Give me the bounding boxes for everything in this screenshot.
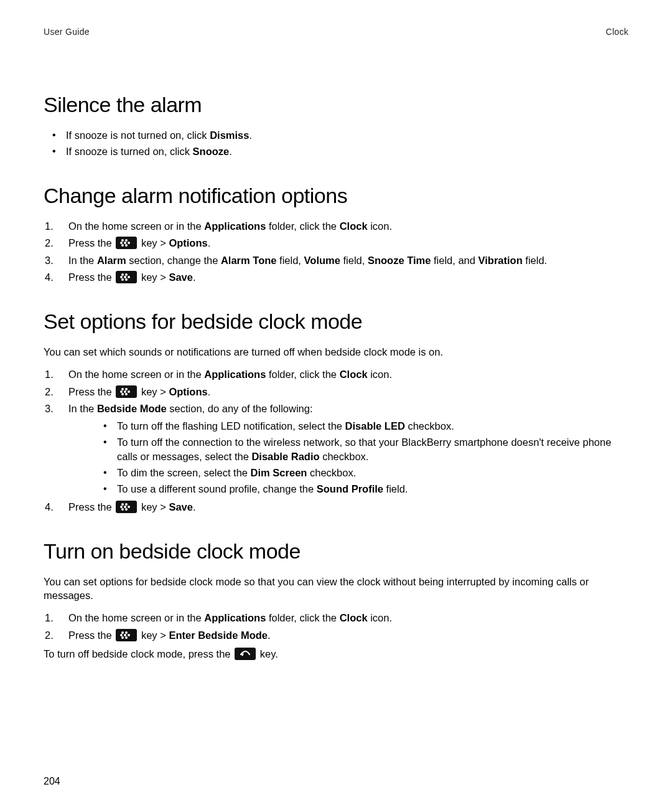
header-left: User Guide bbox=[44, 26, 90, 38]
bedside-options-steps: On the home screen or in the Application… bbox=[44, 367, 628, 513]
list-item: On the home screen or in the Application… bbox=[44, 611, 628, 625]
bold: Applications bbox=[204, 369, 266, 380]
text: In the bbox=[68, 255, 97, 266]
page-number: 204 bbox=[44, 775, 60, 788]
text: folder, click the bbox=[266, 220, 339, 232]
list-item: Press the key > Options. bbox=[44, 385, 628, 399]
list-item: On the home screen or in the Application… bbox=[44, 219, 628, 233]
text: Press the bbox=[68, 271, 114, 283]
text: key > bbox=[138, 271, 169, 283]
list-item: To turn off the connection to the wirele… bbox=[103, 435, 628, 463]
text: Press the bbox=[68, 237, 114, 248]
text: key > bbox=[138, 386, 169, 397]
heading-change-options: Change alarm notification options bbox=[44, 182, 628, 210]
heading-bedside-on: Turn on bedside clock mode bbox=[44, 537, 628, 566]
text: . bbox=[193, 271, 196, 283]
bedside-options-desc: You can set which sounds or notification… bbox=[44, 345, 628, 359]
text: To turn off the flashing LED notificatio… bbox=[117, 420, 345, 432]
bold: Applications bbox=[204, 612, 266, 623]
text: checkbox. bbox=[307, 467, 356, 478]
bedside-sub-options: To turn off the flashing LED notificatio… bbox=[95, 419, 628, 496]
text: key. bbox=[257, 648, 278, 659]
bold: Options bbox=[169, 386, 207, 397]
bedside-on-steps: On the home screen or in the Application… bbox=[44, 611, 628, 642]
text: field. bbox=[383, 483, 408, 494]
list-item: Press the key > Options. bbox=[44, 236, 628, 250]
text: . bbox=[208, 237, 211, 248]
bold: Enter Bedside Mode bbox=[169, 630, 268, 641]
text: . bbox=[249, 130, 252, 141]
text: If snooze is turned on, click bbox=[66, 146, 193, 157]
menu-key-icon bbox=[116, 501, 137, 513]
text: . bbox=[268, 630, 271, 641]
list-item: In the Bedside Mode section, do any of t… bbox=[44, 402, 628, 496]
back-key-icon bbox=[235, 648, 256, 660]
page: User Guide Clock Silence the alarm If sn… bbox=[0, 0, 672, 807]
page-header: User Guide Clock bbox=[44, 26, 628, 38]
bold: Disable LED bbox=[345, 420, 405, 432]
list-item: To dim the screen, select the Dim Screen… bbox=[103, 466, 628, 479]
text: If snooze is not turned on, click bbox=[66, 130, 210, 141]
bold: Bedside Mode bbox=[97, 403, 167, 414]
list-item: To use a different sound profile, change… bbox=[103, 482, 628, 496]
text: icon. bbox=[368, 369, 392, 380]
text: On the home screen or in the bbox=[68, 369, 204, 380]
text: Press the bbox=[68, 630, 114, 641]
bold: Snooze bbox=[193, 146, 230, 157]
text: On the home screen or in the bbox=[68, 612, 204, 623]
bold: Alarm Tone bbox=[221, 255, 277, 266]
silence-bullets: If snooze is not turned on, click Dismis… bbox=[44, 128, 628, 159]
bold: Sound Profile bbox=[317, 483, 383, 494]
text: icon. bbox=[368, 220, 392, 232]
bold: Disable Radio bbox=[251, 451, 319, 462]
list-item: In the Alarm section, change the Alarm T… bbox=[44, 253, 628, 267]
bold: Options bbox=[169, 237, 207, 248]
list-item: Press the key > Enter Bedside Mode. bbox=[44, 628, 628, 642]
text: section, do any of the following: bbox=[167, 403, 313, 414]
text: On the home screen or in the bbox=[68, 220, 204, 232]
text: . bbox=[229, 146, 232, 157]
text: To turn off bedside clock mode, press th… bbox=[44, 648, 233, 659]
bold: Volume bbox=[304, 255, 340, 266]
list-item: Press the key > Save. bbox=[44, 270, 628, 284]
heading-bedside-options: Set options for bedside clock mode bbox=[44, 308, 628, 336]
text: key > bbox=[138, 237, 169, 248]
header-right: Clock bbox=[605, 26, 628, 38]
text: To dim the screen, select the bbox=[117, 467, 251, 478]
bold: Vibration bbox=[478, 255, 523, 266]
bold: Clock bbox=[340, 220, 368, 232]
text: field, and bbox=[431, 255, 478, 266]
text: Press the bbox=[68, 386, 114, 397]
text: key > bbox=[138, 501, 169, 512]
text: field. bbox=[523, 255, 547, 266]
text: icon. bbox=[368, 612, 392, 623]
text: To use a different sound profile, change… bbox=[117, 483, 317, 494]
list-item: If snooze is turned on, click Snooze. bbox=[52, 144, 628, 158]
text: . bbox=[208, 386, 211, 397]
heading-silence: Silence the alarm bbox=[44, 91, 628, 120]
bold: Clock bbox=[340, 612, 368, 623]
bold: Save bbox=[169, 501, 193, 512]
menu-key-icon bbox=[116, 271, 137, 283]
text: In the bbox=[68, 403, 97, 414]
text: key > bbox=[138, 630, 169, 641]
list-item: If snooze is not turned on, click Dismis… bbox=[52, 128, 628, 142]
text: folder, click the bbox=[266, 369, 339, 380]
menu-key-icon bbox=[116, 385, 137, 398]
text: section, change the bbox=[126, 255, 221, 266]
menu-key-icon bbox=[116, 237, 137, 249]
bold: Alarm bbox=[97, 255, 126, 266]
bold: Applications bbox=[204, 220, 266, 232]
bold: Dim Screen bbox=[251, 467, 307, 478]
bold: Snooze Time bbox=[368, 255, 431, 266]
bold: Save bbox=[169, 271, 193, 283]
text: Press the bbox=[68, 501, 114, 512]
text: field, bbox=[276, 255, 304, 266]
text: . bbox=[193, 501, 196, 512]
list-item: On the home screen or in the Application… bbox=[44, 367, 628, 381]
list-item: To turn off the flashing LED notificatio… bbox=[103, 419, 628, 433]
text: folder, click the bbox=[266, 612, 339, 623]
bedside-on-desc: You can set options for bedside clock mo… bbox=[44, 575, 628, 603]
bold: Clock bbox=[340, 369, 368, 380]
text: field, bbox=[340, 255, 368, 266]
